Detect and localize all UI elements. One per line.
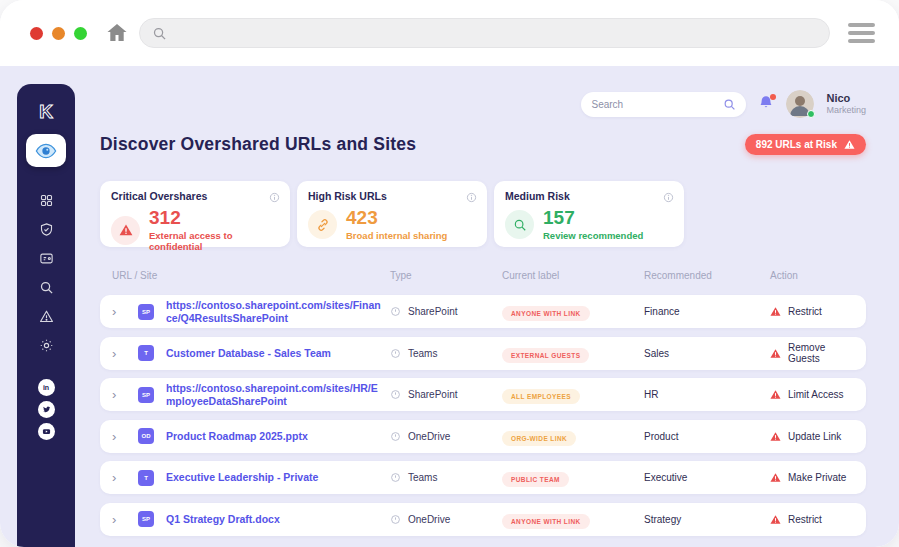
platform-badge: OD (138, 428, 154, 444)
gear-icon[interactable] (39, 338, 54, 353)
address-input[interactable] (175, 26, 817, 40)
table-body: › SP https://contoso.sharepoint.com/site… (100, 295, 866, 536)
table-row[interactable]: › SP https://contoso.sharepoint.com/site… (100, 378, 866, 411)
current-label-pill: EXTERNAL GUESTS (502, 348, 589, 363)
warning-icon (770, 431, 781, 442)
table-row[interactable]: › OD Product Roadmap 2025.pptx OneDrive … (100, 420, 866, 453)
traffic-lights (30, 27, 87, 40)
close-window-button[interactable] (30, 27, 43, 40)
sidebar-item-discover-active[interactable] (26, 134, 66, 167)
home-icon[interactable] (105, 21, 129, 45)
stat-value: 312 (149, 208, 279, 227)
chevron-right-icon[interactable]: › (112, 513, 138, 526)
stat-cards: Critical Overshares 312 External access … (100, 181, 684, 247)
search-box[interactable] (581, 92, 746, 117)
topbar: Nico Marketing (581, 90, 866, 118)
sidebar-social: in (38, 379, 55, 440)
type-cell: Teams (390, 348, 502, 359)
current-label-pill: ANYONE WITH LINK (502, 514, 590, 529)
shield-check-icon[interactable] (39, 222, 54, 237)
grid-icon[interactable] (39, 193, 54, 208)
eye-icon (35, 143, 57, 159)
browser-window: K (0, 0, 899, 547)
chevron-right-icon[interactable]: › (112, 305, 138, 318)
stat-title: High Risk URLs (308, 190, 476, 202)
chevron-right-icon[interactable]: › (112, 347, 138, 360)
action-label: Update Link (788, 431, 841, 442)
minimize-window-button[interactable] (52, 27, 65, 40)
page-title: Discover Overshared URLs and Sites (100, 134, 416, 155)
title-row: Discover Overshared URLs and Sites 892 U… (100, 134, 866, 155)
url-site-link[interactable]: https://contoso.sharepoint.com/sites/Fin… (166, 299, 384, 324)
col-url-site: URL / Site (112, 270, 390, 281)
action-button[interactable]: Make Private (770, 472, 856, 483)
action-button[interactable]: Restrict (770, 306, 856, 317)
search-input[interactable] (591, 99, 723, 110)
youtube-icon[interactable] (38, 423, 55, 440)
browser-chrome (0, 0, 899, 66)
status-circle-icon (390, 514, 401, 525)
stat-caption: Review recommended (543, 230, 643, 241)
type-label: OneDrive (408, 514, 450, 525)
action-label: Remove Guests (788, 342, 856, 364)
online-status-dot (807, 110, 815, 118)
warning-icon (770, 348, 781, 359)
info-icon[interactable] (466, 189, 477, 200)
twitter-icon[interactable] (38, 401, 55, 418)
chevron-right-icon[interactable]: › (112, 471, 138, 484)
action-button[interactable]: Remove Guests (770, 342, 856, 364)
chevron-right-icon[interactable]: › (112, 388, 138, 401)
type-label: Teams (408, 472, 437, 483)
current-label-pill: ALL EMPLOYEES (502, 389, 580, 404)
bell-icon[interactable] (758, 95, 774, 113)
app-area: K (0, 66, 899, 547)
stat-value: 157 (543, 208, 643, 227)
hamburger-menu-icon[interactable] (848, 23, 875, 43)
recommended-label: Finance (644, 306, 770, 317)
search-icon[interactable] (39, 280, 54, 295)
user-role: Marketing (826, 105, 866, 116)
platform-badge: SP (138, 511, 154, 527)
action-button[interactable]: Update Link (770, 431, 856, 442)
id-card-icon[interactable] (39, 251, 54, 266)
chevron-right-icon[interactable]: › (112, 430, 138, 443)
table-row[interactable]: › T Customer Database - Sales Team Teams… (100, 337, 866, 370)
zoom-window-button[interactable] (74, 27, 87, 40)
action-button[interactable]: Limit Access (770, 389, 856, 400)
recommended-label: Strategy (644, 514, 770, 525)
info-icon[interactable] (663, 189, 674, 200)
address-bar[interactable] (139, 18, 830, 48)
type-cell: OneDrive (390, 514, 502, 525)
avatar[interactable] (786, 90, 814, 118)
table-row[interactable]: › SP Q1 Strategy Draft.docx OneDrive ANY… (100, 503, 866, 536)
url-site-link[interactable]: Q1 Strategy Draft.docx (166, 513, 384, 526)
action-label: Restrict (788, 306, 822, 317)
url-site-link[interactable]: https://contoso.sharepoint.com/sites/HR/… (166, 382, 384, 407)
warning-icon (770, 472, 781, 483)
current-label-pill: PUBLIC TEAM (502, 472, 569, 487)
stat-card: Medium Risk 157 Review recommended (494, 181, 684, 247)
type-cell: SharePoint (390, 389, 502, 400)
linkedin-icon[interactable]: in (38, 379, 55, 396)
current-label-pill: ANYONE WITH LINK (502, 306, 590, 321)
col-recommended: Recommended (644, 270, 770, 281)
url-site-link[interactable]: Customer Database - Sales Team (166, 347, 384, 360)
search-icon (723, 98, 736, 111)
warning-icon (770, 514, 781, 525)
info-icon[interactable] (269, 189, 280, 200)
url-site-link[interactable]: Executive Leadership - Private (166, 471, 384, 484)
stat-title: Medium Risk (505, 190, 673, 202)
table-row[interactable]: › SP https://contoso.sharepoint.com/site… (100, 295, 866, 328)
content: Nico Marketing Discover Overshared URLs … (100, 66, 866, 547)
stat-value: 423 (346, 208, 447, 227)
warning-outline-icon[interactable] (39, 309, 54, 324)
stat-icon-circle (111, 216, 140, 245)
url-site-link[interactable]: Product Roadmap 2025.pptx (166, 430, 384, 443)
type-label: Teams (408, 348, 437, 359)
action-label: Restrict (788, 514, 822, 525)
type-cell: OneDrive (390, 431, 502, 442)
action-button[interactable]: Restrict (770, 514, 856, 525)
stat-card: Critical Overshares 312 External access … (100, 181, 290, 247)
platform-badge: T (138, 470, 154, 486)
table-row[interactable]: › T Executive Leadership - Private Teams… (100, 461, 866, 494)
